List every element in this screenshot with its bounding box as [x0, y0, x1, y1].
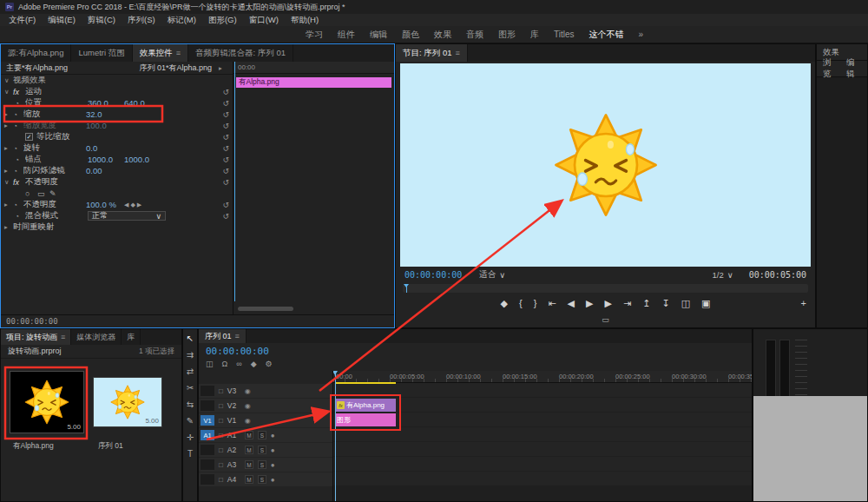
lift-button[interactable]: ↥	[642, 298, 650, 309]
reset-param-icon[interactable]: ↺	[222, 99, 229, 108]
reset-param-icon[interactable]: ↺	[222, 155, 229, 164]
extract-button[interactable]: ↧	[661, 298, 669, 309]
source-patch-cell[interactable]	[201, 474, 214, 485]
reset-param-icon[interactable]: ↺	[222, 201, 229, 209]
lane-a3[interactable]	[333, 457, 752, 471]
panel-menu-icon[interactable]: ≡	[456, 49, 460, 57]
track-header-a1[interactable]: A1 □ A1 M S ●	[199, 428, 332, 442]
project-item-sequence01[interactable]: 5.00	[93, 377, 162, 427]
tab-edit-panel[interactable]: 编辑	[846, 57, 861, 80]
workspace-tab-titles[interactable]: Titles	[554, 30, 575, 39]
linked-selection-icon[interactable]: ∞	[236, 360, 241, 368]
program-scrubber[interactable]	[403, 284, 808, 293]
tab-libraries[interactable]: 库	[122, 329, 141, 345]
timeline-settings-icon[interactable]: ⚙	[266, 360, 273, 368]
track-output-eye-icon[interactable]: ◉	[245, 402, 251, 410]
menu-edit[interactable]: 编辑(E)	[48, 15, 76, 26]
anchor-x-value[interactable]: 1000.0	[88, 155, 124, 164]
voiceover-mic-icon[interactable]: ●	[271, 446, 275, 454]
panel-menu-icon[interactable]: ≡	[235, 332, 240, 340]
track-select-forward-tool-icon[interactable]: ⇉	[187, 350, 194, 360]
fit-mode-select[interactable]: 适合 ∨	[479, 269, 505, 281]
source-patch-cell[interactable]	[201, 400, 214, 411]
track-lock-icon[interactable]: □	[219, 476, 223, 484]
track-header-a4[interactable]: □ A4 M S ●	[199, 472, 332, 486]
toggle-animation-icon[interactable]: ◔	[13, 167, 23, 175]
go-to-out-button[interactable]: ⇥	[623, 298, 631, 309]
mini-timeline-playhead[interactable]	[234, 62, 235, 301]
mark-out-button[interactable]: }	[534, 298, 537, 308]
lane-v3[interactable]	[333, 383, 752, 397]
item-name-sequence01[interactable]: 序列 01	[98, 441, 123, 452]
twirl-icon[interactable]: ▸	[4, 110, 13, 118]
track-header-v2[interactable]: □ V2 ◉	[199, 399, 332, 413]
master-clip-label[interactable]: 主要*有Alpha.png	[6, 63, 68, 74]
workspace-tab-audio[interactable]: 音频	[466, 29, 483, 41]
pen-tool-icon[interactable]: ✎	[187, 416, 194, 426]
pen-mask-icon[interactable]: ✎	[49, 189, 62, 198]
program-current-timecode[interactable]: 00:00:00:00	[404, 270, 462, 280]
workspace-tab-effects[interactable]: 效果	[434, 29, 451, 41]
workspace-overflow-icon[interactable]: »	[639, 30, 644, 39]
tab-sequence01[interactable]: 序列 01 ≡	[199, 329, 247, 343]
mini-timeline-ruler[interactable]: 00:00	[233, 62, 394, 74]
twirl-icon[interactable]: ∨	[4, 178, 13, 186]
project-file-name[interactable]: 旋转动画.prproj	[8, 346, 62, 357]
voiceover-mic-icon[interactable]: ●	[271, 432, 275, 439]
toggle-animation-icon[interactable]: ◔	[13, 110, 23, 119]
type-tool-icon[interactable]: T	[187, 449, 193, 459]
tab-media-browser[interactable]: 媒体浏览器	[71, 329, 122, 345]
source-patch-cell[interactable]	[201, 459, 214, 470]
timeline-lanes[interactable]: :00:00 00:00:05:00 00:00:10:00 00:00:15:…	[333, 371, 752, 501]
tab-project[interactable]: 项目: 旋转动画 ≡	[1, 329, 71, 345]
program-video-preview[interactable]	[400, 63, 811, 267]
track-lock-icon[interactable]: □	[219, 417, 223, 425]
toggle-animation-icon[interactable]: ◔	[15, 99, 25, 108]
anchor-y-value[interactable]: 1000.0	[124, 155, 161, 164]
lane-a4[interactable]	[333, 472, 752, 485]
workspace-tab-assembly[interactable]: 组件	[338, 29, 355, 41]
track-output-eye-icon[interactable]: ◉	[245, 417, 251, 425]
tab-program-monitor[interactable]: 节目: 序列 01 ≡	[396, 44, 468, 62]
effect-controls-mini-timeline[interactable]: 00:00 有Alpha.png	[233, 62, 394, 314]
step-back-button[interactable]: ◀	[568, 298, 575, 309]
track-lock-icon[interactable]: □	[219, 387, 223, 395]
track-header-a3[interactable]: □ A3 M S ●	[199, 458, 332, 472]
track-lock-icon[interactable]: □	[219, 461, 223, 469]
blend-mode-select[interactable]: 正常 ∨	[88, 211, 166, 221]
track-lock-icon[interactable]: □	[219, 432, 223, 439]
lane-a1[interactable]	[333, 427, 752, 441]
reset-param-icon[interactable]: ↺	[222, 212, 229, 221]
add-marker-icon[interactable]: ◆	[251, 360, 257, 368]
fx-badge-icon[interactable]: fx	[13, 88, 25, 96]
compare-view-button[interactable]: ▣	[701, 298, 710, 309]
reset-param-icon[interactable]: ↺	[222, 110, 229, 119]
workspace-tab-learning[interactable]: 学习	[306, 29, 323, 41]
track-header-a2[interactable]: □ A2 M S ●	[199, 443, 332, 457]
menu-sequence[interactable]: 序列(S)	[128, 15, 155, 26]
uniform-scale-checkbox[interactable]: ✓	[25, 133, 33, 141]
play-button[interactable]: ▶	[586, 298, 593, 309]
track-lock-icon[interactable]: □	[219, 402, 223, 410]
track-lock-icon[interactable]: □	[219, 446, 223, 454]
proxy-toggle-icon[interactable]: ▭	[602, 315, 609, 324]
twirl-icon[interactable]: ∨	[4, 88, 13, 96]
rotation-value[interactable]: 0.0	[86, 143, 122, 153]
lane-v1[interactable]	[333, 413, 752, 426]
timeline-ruler[interactable]: :00:00 00:00:05:00 00:00:10:00 00:00:15:…	[333, 371, 752, 383]
fx-badge-icon[interactable]: fx	[13, 178, 25, 187]
twirl-icon[interactable]: ▸	[4, 144, 13, 152]
keyframe-prev-icon[interactable]: ◀	[124, 201, 128, 208]
lane-v2[interactable]	[333, 398, 752, 412]
menu-clip[interactable]: 剪辑(C)	[88, 15, 115, 26]
tab-audio-clip-mixer[interactable]: 音频剪辑混合器: 序列 01	[188, 44, 293, 62]
toggle-animation-icon[interactable]: ◔	[13, 144, 23, 153]
ripple-edit-tool-icon[interactable]: ⇄	[187, 367, 194, 376]
twirl-icon[interactable]: ∨	[4, 76, 13, 84]
nest-toggle-icon[interactable]: ◫	[206, 360, 214, 368]
position-x-value[interactable]: 360.0	[88, 98, 124, 108]
add-marker-button[interactable]: ◆	[501, 298, 508, 309]
source-patch-cell[interactable]	[201, 386, 214, 396]
menu-graphics[interactable]: 图形(G)	[208, 15, 237, 26]
timeline-timecode[interactable]: 00:00:00:00	[206, 346, 269, 357]
